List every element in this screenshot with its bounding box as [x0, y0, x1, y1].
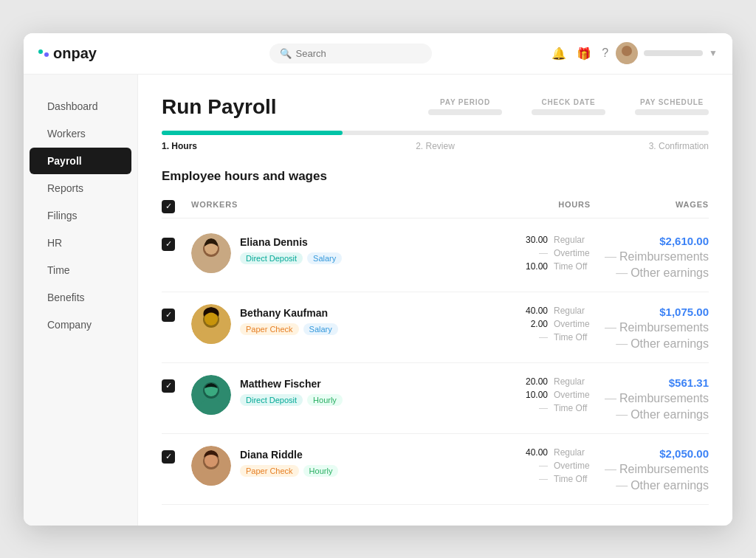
svg-point-17 [205, 454, 218, 467]
wage-label: Other earnings [630, 408, 709, 421]
wage-label: Reimbursements [619, 392, 709, 405]
wage-main-line: $1,075.00 [591, 306, 709, 318]
hours-value: 10.00 [521, 390, 548, 400]
hours-line: — Time Off [443, 474, 591, 484]
hours-label: Overtime [554, 248, 591, 258]
search-wrap[interactable]: 🔍 [269, 44, 432, 63]
workers-column-header: WORKERS [191, 200, 443, 213]
hours-column-header: HOURS [443, 200, 591, 213]
employee-wages: $2,050.00 — Reimbursements — Other earni… [591, 446, 709, 492]
row-checkbox-wrap: ✓ [162, 375, 191, 393]
sidebar-item-reports[interactable]: Reports [30, 175, 131, 202]
table-row: ✓ Diana Riddle Paper CheckHourly 40.00 R… [162, 434, 709, 505]
wage-label: Other earnings [630, 266, 709, 280]
sidebar-item-filings[interactable]: Filings [30, 202, 131, 229]
employee-name: Matthew Fischer [240, 378, 343, 390]
check-date-value [532, 109, 605, 115]
row-checkbox-wrap: ✓ [162, 446, 191, 464]
wage-dash: — [605, 392, 616, 405]
main-layout: Dashboard Workers Payroll Reports Filing… [24, 75, 732, 526]
hours-line: 20.00 Regular [443, 376, 591, 387]
hours-line: 40.00 Regular [443, 306, 591, 316]
notification-icon[interactable]: 🔔 [551, 46, 566, 61]
employee-hours: 40.00 Regular — Overtime — Time Off [443, 446, 591, 484]
hours-label: Regular [554, 306, 591, 316]
employee-checkbox[interactable]: ✓ [162, 238, 175, 251]
content-area: Run Payroll PAY PERIOD CHECK DATE PAY SC… [138, 75, 732, 526]
employee-tags: Direct DepositHourly [240, 394, 343, 406]
employee-tag: Salary [307, 252, 342, 264]
help-icon[interactable]: ? [602, 46, 608, 60]
avatar [616, 42, 638, 64]
employee-avatar [191, 375, 231, 415]
wage-amount: $561.31 [669, 376, 709, 389]
sidebar-item-dashboard[interactable]: Dashboard [30, 93, 131, 120]
row-checkbox-wrap: ✓ [162, 233, 191, 251]
wage-item: — Reimbursements [591, 321, 709, 334]
sidebar-item-hr[interactable]: HR [30, 230, 131, 256]
hours-label: Regular [554, 447, 591, 458]
employee-tag: Paper Check [240, 465, 299, 477]
svg-point-0 [622, 46, 632, 56]
app-window: onpay 🔍 🔔 🎁 ? ▼ Dash [24, 33, 732, 526]
hours-label: Overtime [554, 461, 591, 471]
hours-value: 40.00 [521, 447, 548, 458]
chevron-down-icon: ▼ [709, 48, 718, 58]
search-bar: 🔍 [149, 44, 551, 63]
employee-name: Diana Riddle [240, 449, 338, 461]
pay-schedule-label: PAY SCHEDULE [640, 98, 704, 106]
employee-tags: Direct DepositSalary [240, 252, 342, 264]
employee-checkbox[interactable]: ✓ [162, 450, 175, 464]
employee-tag: Paper Check [240, 323, 299, 335]
employee-tags: Paper CheckSalary [240, 323, 338, 335]
hours-line: 10.00 Overtime [443, 390, 591, 400]
section-title: Employee hours and wages [162, 169, 709, 184]
sidebar-item-payroll[interactable]: Payroll [30, 148, 131, 174]
employee-hours: 30.00 Regular — Overtime 10.00 Time Off [443, 233, 591, 272]
employee-details: Eliana Dennis Direct DepositSalary [240, 233, 342, 264]
gift-icon[interactable]: 🎁 [577, 46, 591, 61]
select-all-checkbox[interactable]: ✓ [162, 200, 175, 213]
sidebar-item-time[interactable]: Time [30, 257, 131, 283]
hours-line: — Overtime [443, 248, 591, 258]
employee-avatar [191, 446, 231, 486]
table-row: ✓ Bethany Kaufman Paper CheckSalary 40.0… [162, 292, 709, 363]
employee-tag: Salary [303, 323, 338, 335]
sidebar-item-company[interactable]: Company [30, 311, 131, 338]
hours-line: 30.00 Regular [443, 235, 591, 245]
employee-details: Bethany Kaufman Paper CheckSalary [240, 304, 338, 335]
hours-line: — Time Off [443, 403, 591, 413]
employee-tag: Direct Deposit [240, 252, 303, 264]
hours-value: — [521, 403, 548, 413]
search-icon: 🔍 [280, 48, 292, 59]
wage-amount: $2,050.00 [659, 447, 709, 460]
employee-hours: 20.00 Regular 10.00 Overtime — Time Off [443, 375, 591, 413]
logo-dot-2 [44, 52, 49, 57]
sidebar-item-benefits[interactable]: Benefits [30, 284, 131, 311]
topbar-user[interactable]: ▼ [616, 42, 718, 64]
wage-dash: — [616, 479, 628, 492]
progress-bar-wrap [162, 131, 709, 135]
wage-label: Reimbursements [619, 250, 709, 264]
search-input[interactable] [296, 48, 422, 59]
employee-wages: $561.31 — Reimbursements — Other earning… [591, 375, 709, 421]
wage-amount: $2,610.00 [659, 235, 709, 247]
hours-value: — [521, 461, 548, 471]
employee-info-cell: Matthew Fischer Direct DepositHourly [191, 375, 443, 415]
employee-info-cell: Diana Riddle Paper CheckHourly [191, 446, 443, 486]
page-header: Run Payroll PAY PERIOD CHECK DATE PAY SC… [162, 95, 709, 119]
employee-tags: Paper CheckHourly [240, 465, 338, 477]
wage-item: — Other earnings [591, 408, 709, 421]
hours-value: 10.00 [521, 261, 548, 272]
wage-main-line: $2,610.00 [591, 235, 709, 247]
logo: onpay [38, 45, 149, 62]
employee-checkbox[interactable]: ✓ [162, 379, 175, 393]
employee-details: Matthew Fischer Direct DepositHourly [240, 375, 343, 406]
wage-label: Other earnings [630, 479, 709, 492]
sidebar-item-workers[interactable]: Workers [30, 120, 131, 147]
svg-point-1 [619, 56, 634, 64]
employee-info-cell: Eliana Dennis Direct DepositSalary [191, 233, 443, 273]
employee-checkbox[interactable]: ✓ [162, 309, 175, 322]
hours-line: 10.00 Time Off [443, 261, 591, 272]
header-meta: PAY PERIOD CHECK DATE PAY SCHEDULE [428, 95, 709, 115]
